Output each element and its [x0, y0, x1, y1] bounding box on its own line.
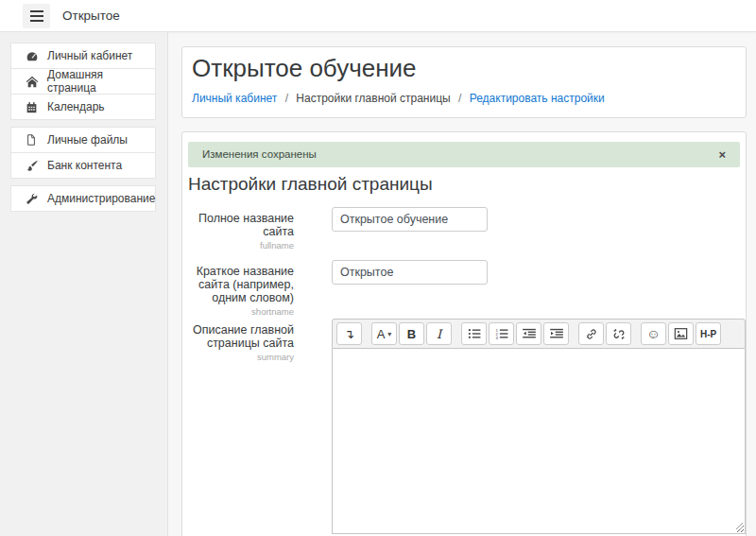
- layout: Личный кабинет Домашняя страница Календа…: [0, 32, 756, 536]
- dashboard-icon: [26, 50, 40, 62]
- calendar-icon: [26, 101, 40, 113]
- sidebar: Личный кабинет Домашняя страница Календа…: [0, 32, 168, 536]
- sidebar-item-content-bank[interactable]: Банк контента: [10, 152, 156, 179]
- toolbar-group-collapse: ↴: [336, 322, 364, 345]
- collapse-toolbar-button[interactable]: ↴: [336, 322, 362, 345]
- atto-toolbar: ↴ A▾ B I: [332, 319, 746, 349]
- shortname-shortlabel: shortname: [188, 307, 294, 318]
- breadcrumb-separator: /: [458, 92, 461, 105]
- fullname-shortlabel: fullname: [188, 241, 294, 251]
- success-alert-message: Изменения сохранены: [202, 148, 317, 160]
- sidebar-item-calendar[interactable]: Календарь: [10, 94, 156, 120]
- sidebar-item-home[interactable]: Домашняя страница: [10, 68, 156, 95]
- summary-textarea[interactable]: [332, 349, 746, 534]
- toolbar-group-style: A▾ B I: [371, 322, 454, 345]
- breadcrumb-edit-settings-link[interactable]: Редактировать настройки: [470, 92, 605, 105]
- page-title: Открытое обучение: [192, 55, 736, 83]
- screen: Открытое Личный кабинет Домашняя страниц…: [0, 0, 756, 536]
- sidebar-item-administration[interactable]: Администрирование: [10, 185, 156, 212]
- sidebar-item-dashboard[interactable]: Личный кабинет: [10, 43, 156, 69]
- file-icon: [26, 133, 40, 147]
- sidebar-item-label: Личные файлы: [47, 133, 128, 147]
- indent-icon: [550, 328, 563, 339]
- breadcrumb: Личный кабинет / Настройки главной стран…: [192, 92, 736, 105]
- wrench-icon: [26, 193, 40, 205]
- outdent-button[interactable]: [516, 322, 541, 345]
- atto-content-area: [332, 349, 746, 534]
- form-row-shortname: Краткое название сайта (например, одним …: [188, 260, 740, 318]
- svg-text:3: 3: [495, 336, 498, 339]
- breadcrumb-dashboard-link[interactable]: Личный кабинет: [192, 92, 277, 105]
- menu-toggle-button[interactable]: [23, 4, 50, 28]
- summary-control: ↴ A▾ B I: [332, 319, 740, 536]
- indent-button[interactable]: [543, 322, 569, 345]
- link-button[interactable]: [578, 322, 604, 345]
- topbar: Открытое: [0, 0, 756, 32]
- emoji-button[interactable]: ☺: [641, 322, 666, 345]
- shortname-input[interactable]: [332, 260, 488, 285]
- shortname-label: Краткое название сайта (например, одним …: [188, 260, 332, 318]
- toolbar-group-links: [578, 322, 633, 345]
- fullname-input[interactable]: [332, 207, 488, 232]
- breadcrumb-current-section: Настройки главной страницы: [296, 92, 450, 105]
- summary-label-text: Описание главной страницы сайта: [193, 323, 294, 350]
- main-content: Открытое обучение Личный кабинет / Настр…: [168, 32, 756, 536]
- form-row-fullname: Полное название сайта fullname: [188, 207, 740, 251]
- insert-image-button[interactable]: [668, 322, 694, 345]
- html-source-button[interactable]: H-P: [696, 322, 721, 345]
- sidebar-group-admin: Администрирование: [10, 185, 156, 212]
- unlink-button[interactable]: [606, 322, 631, 345]
- outdent-icon: [523, 328, 536, 339]
- link-icon: [585, 328, 598, 340]
- sidebar-item-label: Банк контента: [47, 159, 122, 172]
- shortname-control: [332, 260, 740, 318]
- ordered-list-button[interactable]: 123: [489, 322, 514, 345]
- unordered-list-icon: [468, 328, 481, 339]
- sidebar-item-label: Домашняя страница: [47, 68, 147, 95]
- settings-form-card: Изменения сохранены × Настройки главной …: [181, 131, 747, 536]
- fullname-control: [332, 207, 740, 251]
- site-brand-link[interactable]: Открытое: [62, 9, 120, 23]
- sidebar-group-main: Личный кабинет Домашняя страница Календа…: [10, 43, 156, 120]
- atto-editor: ↴ A▾ B I: [332, 319, 746, 534]
- form-row-summary: Описание главной страницы сайта summary …: [188, 319, 740, 536]
- ordered-list-icon: 123: [495, 328, 508, 339]
- image-icon: [674, 328, 688, 339]
- toolbar-group-media: ☺ H-P: [641, 322, 723, 345]
- hamburger-icon: [30, 10, 43, 22]
- breadcrumb-separator: /: [285, 92, 288, 105]
- shortname-label-text: Краткое название сайта (например, одним …: [197, 265, 294, 304]
- paragraph-styles-button[interactable]: A▾: [371, 322, 397, 345]
- chevron-down-icon: ▾: [387, 330, 391, 338]
- page-header-card: Открытое обучение Личный кабинет / Настр…: [181, 46, 747, 118]
- collapse-icon: ↴: [344, 327, 354, 341]
- form-title: Настройки главной страницы: [188, 174, 740, 195]
- unordered-list-button[interactable]: [461, 322, 487, 345]
- sidebar-item-label: Календарь: [47, 100, 105, 113]
- sidebar-group-files: Личные файлы Банк контента: [10, 127, 156, 179]
- sidebar-item-label: Администрирование: [47, 192, 155, 205]
- toolbar-group-lists: 123: [461, 322, 571, 345]
- summary-label: Описание главной страницы сайта summary: [188, 319, 332, 536]
- emoji-icon: ☺: [646, 326, 660, 341]
- home-icon: [26, 76, 40, 88]
- unlink-icon: [612, 328, 626, 340]
- alert-close-button[interactable]: ×: [718, 148, 726, 161]
- success-alert: Изменения сохранены ×: [188, 142, 740, 167]
- fullname-label-text: Полное название сайта: [198, 212, 294, 238]
- summary-shortlabel: summary: [188, 353, 294, 363]
- font-styles-label: A: [377, 327, 386, 341]
- bold-button[interactable]: B: [399, 322, 424, 345]
- fullname-label: Полное название сайта fullname: [188, 207, 332, 251]
- italic-button[interactable]: I: [426, 322, 452, 345]
- sidebar-item-private-files[interactable]: Личные файлы: [10, 127, 156, 153]
- paintbrush-icon: [26, 160, 40, 172]
- sidebar-item-label: Личный кабинет: [47, 49, 132, 62]
